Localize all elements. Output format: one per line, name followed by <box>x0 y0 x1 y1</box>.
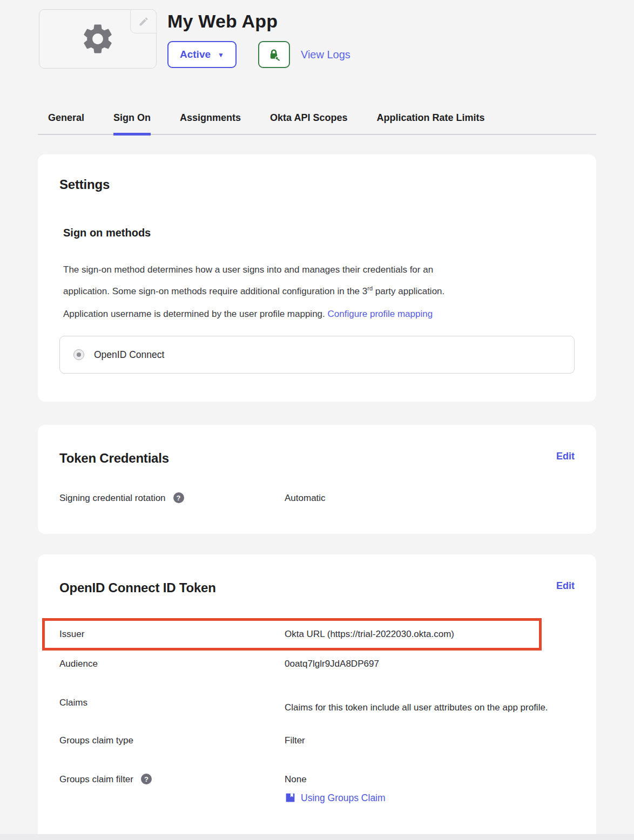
book-icon <box>285 792 296 803</box>
page-title: My Web App <box>167 10 350 32</box>
settings-title: Settings <box>59 177 575 192</box>
viewport-bottom-edge <box>0 834 634 840</box>
sign-on-method-option: OpenID Connect <box>59 336 575 374</box>
row-value: Automatic <box>285 493 575 504</box>
settings-card: Settings Sign on methods The sign-on met… <box>38 154 596 402</box>
status-label: Active <box>180 49 211 60</box>
row-label: Groups claim type <box>59 735 133 746</box>
tab-sign-on[interactable]: Sign On <box>113 108 151 136</box>
groups-claim-filter-row: Groups claim filter ? None Using Groups … <box>59 774 575 803</box>
pencil-icon <box>138 16 149 27</box>
id-token-title: OpenID Connect ID Token <box>59 580 216 595</box>
tab-general[interactable]: General <box>48 108 84 136</box>
chevron-down-icon: ▼ <box>218 51 224 59</box>
app-tabs: General Sign On Assignments Okta API Sco… <box>38 108 596 135</box>
radio-dot <box>77 353 81 357</box>
id-token-edit-link[interactable]: Edit <box>556 580 575 592</box>
groups-claim-type-value: Filter <box>285 735 575 746</box>
row-label: Issuer <box>59 629 84 640</box>
tab-okta-api-scopes[interactable]: Okta API Scopes <box>270 108 347 136</box>
signing-credential-rotation-row: Signing credential rotation ? Automatic <box>59 493 575 504</box>
sign-on-methods-description: The sign-on method determines how a user… <box>63 261 574 301</box>
groups-claim-filter-value: None <box>285 774 575 785</box>
help-icon[interactable]: ? <box>141 774 152 784</box>
openid-connect-label: OpenID Connect <box>94 349 164 361</box>
configure-profile-mapping-link[interactable]: Configure profile mapping <box>328 309 433 319</box>
claims-row: Claims Claims for this token include all… <box>59 697 575 718</box>
sign-on-methods-heading: Sign on methods <box>63 227 575 239</box>
claims-value: Claims for this token include all user a… <box>285 697 575 718</box>
tab-application-rate-limits[interactable]: Application Rate Limits <box>376 108 484 136</box>
row-label: Signing credential rotation <box>59 493 166 504</box>
lock-with-key-icon <box>267 48 281 62</box>
app-controls: Active ▼ View Logs <box>167 41 350 68</box>
token-credentials-title: Token Credentials <box>59 451 169 466</box>
row-label: Groups claim filter <box>59 774 133 785</box>
id-token-card: OpenID Connect ID Token Edit Issuer Okta… <box>38 554 596 840</box>
sign-on-policy-button[interactable] <box>258 41 290 68</box>
openid-connect-radio[interactable] <box>73 349 84 360</box>
issuer-row: Issuer Okta URL (https://trial-2022030.o… <box>59 629 575 640</box>
edit-logo-button[interactable] <box>130 9 157 33</box>
tab-assignments[interactable]: Assignments <box>180 108 241 136</box>
username-mapping-text: Application username is determined by th… <box>63 309 575 320</box>
row-label: Audience <box>59 659 98 669</box>
issuer-value: Okta URL (https://trial-2022030.okta.com… <box>285 629 575 640</box>
view-logs-link[interactable]: View Logs <box>301 49 350 61</box>
token-credentials-edit-link[interactable]: Edit <box>556 451 575 462</box>
status-dropdown-button[interactable]: Active ▼ <box>167 41 237 68</box>
using-groups-claim-link[interactable]: Using Groups Claim <box>285 792 575 803</box>
app-header: My Web App Active ▼ View Logs <box>0 9 634 78</box>
help-icon[interactable]: ? <box>173 492 184 503</box>
app-logo-tile <box>39 9 157 69</box>
token-credentials-card: Token Credentials Edit Signing credentia… <box>38 425 596 534</box>
audience-value: 0oatq7lglr9JdA8DP697 <box>285 659 575 669</box>
groups-claim-type-row: Groups claim type Filter <box>59 735 575 746</box>
audience-row: Audience 0oatq7lglr9JdA8DP697 <box>59 659 575 669</box>
row-label: Claims <box>59 697 87 708</box>
